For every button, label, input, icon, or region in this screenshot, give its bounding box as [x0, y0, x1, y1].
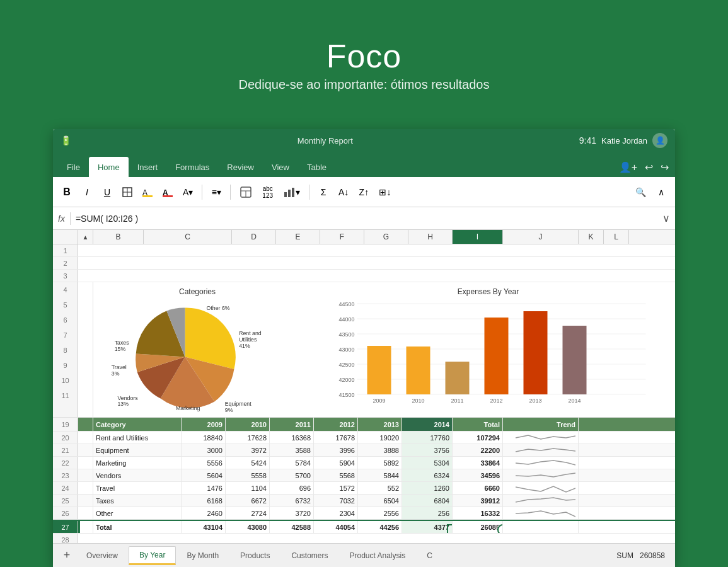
cell-20-total[interactable]: 107294 — [453, 432, 503, 444]
cell-21-2011[interactable]: 3588 — [270, 444, 314, 456]
bold-button[interactable]: B — [58, 183, 76, 201]
cell-21-2010[interactable]: 3972 — [226, 444, 270, 456]
sheet-tab-customers[interactable]: Customers — [280, 546, 338, 565]
cell-22-cat[interactable]: Marketing — [93, 457, 182, 469]
add-user-icon[interactable]: 👤+ — [618, 160, 638, 175]
cell-21-cat[interactable]: Equipment — [93, 444, 182, 456]
cell-26-2013[interactable]: 2556 — [358, 507, 402, 519]
cell-24-u[interactable] — [78, 482, 93, 494]
cell-25-2013[interactable]: 6504 — [358, 495, 402, 507]
sheet-tab-products[interactable]: Products — [229, 546, 280, 565]
cell-23-2012[interactable]: 5568 — [314, 469, 358, 481]
redo-icon[interactable]: ↪ — [659, 160, 670, 175]
cell-27-u[interactable] — [78, 521, 93, 533]
user-avatar[interactable]: 👤 — [652, 133, 667, 148]
cell-22-2011[interactable]: 5784 — [270, 457, 314, 469]
cell-20-2009[interactable]: 18840 — [182, 432, 226, 444]
cell-23-trend[interactable] — [503, 469, 579, 481]
cell-22-trend[interactable] — [503, 457, 579, 469]
cell-27-2012[interactable]: 44054 — [314, 521, 358, 533]
cell-20-cat[interactable]: Rent and Utilities — [93, 432, 182, 444]
col-header-c[interactable]: C — [144, 230, 232, 244]
cell-24-2012[interactable]: 1572 — [314, 482, 358, 494]
add-sheet-button[interactable]: + — [58, 547, 76, 564]
cell-24-2014[interactable]: 1260 — [402, 482, 453, 494]
cell-23-total[interactable]: 34596 — [453, 469, 503, 481]
cell-27-2009[interactable]: 43104 — [182, 521, 226, 533]
cell-23-2009[interactable]: 5604 — [182, 469, 226, 481]
cell-19-category[interactable]: Category — [93, 418, 182, 431]
cell-22-2009[interactable]: 5556 — [182, 457, 226, 469]
cell-27-trend[interactable] — [503, 521, 579, 533]
cell-27-2013[interactable]: 44256 — [358, 521, 402, 533]
sort-za-button[interactable]: Z↑ — [355, 183, 373, 201]
cell-24-total[interactable]: 6660 — [453, 482, 503, 494]
underline-button[interactable]: U — [98, 183, 116, 201]
cell-19-2013[interactable]: 2013 — [358, 418, 402, 431]
cell-23-2010[interactable]: 5558 — [226, 469, 270, 481]
cell-20-2010[interactable]: 17628 — [226, 432, 270, 444]
cell-27-2010[interactable]: 43080 — [226, 521, 270, 533]
cell-26-2014[interactable]: 256 — [402, 507, 453, 519]
cell-24-2013[interactable]: 552 — [358, 482, 402, 494]
col-header-g[interactable]: G — [364, 230, 408, 244]
cell-21-u[interactable] — [78, 444, 93, 456]
cell-19-u[interactable] — [78, 418, 93, 431]
tab-home[interactable]: Home — [89, 157, 129, 177]
cell-22-u[interactable] — [78, 457, 93, 469]
cell-25-2011[interactable]: 6732 — [270, 495, 314, 507]
sheet-tab-c[interactable]: C — [416, 546, 443, 565]
cell-27-cat[interactable]: Total — [93, 521, 182, 533]
cell-19-2014[interactable]: 2014 — [402, 418, 453, 431]
font-color-button[interactable]: A — [159, 183, 176, 201]
cell-24-trend[interactable] — [503, 482, 579, 494]
cell-22-total[interactable]: 33864 — [453, 457, 503, 469]
cell-25-2010[interactable]: 6672 — [226, 495, 270, 507]
col-header-e[interactable]: E — [276, 230, 320, 244]
cell-19-2012[interactable]: 2012 — [314, 418, 358, 431]
fill-color-button[interactable]: A — [139, 183, 156, 201]
col-header-l[interactable]: L — [604, 230, 629, 244]
number-format-button[interactable]: abc123 — [258, 183, 277, 201]
undo-icon[interactable]: ↩ — [644, 160, 654, 175]
col-header-d[interactable]: D — [232, 230, 276, 244]
search-button[interactable]: 🔍 — [632, 183, 650, 201]
cell-23-2011[interactable]: 5700 — [270, 469, 314, 481]
cell-25-u[interactable] — [78, 495, 93, 507]
cell-25-total[interactable]: 39912 — [453, 495, 503, 507]
cell-23-2014[interactable]: 6324 — [402, 469, 453, 481]
sheet-tab-productanalysis[interactable]: Product Analysis — [338, 546, 416, 565]
col-header-f[interactable]: F — [320, 230, 364, 244]
cell-23-cat[interactable]: Vendors — [93, 469, 182, 481]
tab-table[interactable]: Table — [298, 157, 335, 177]
col-header-h[interactable]: H — [408, 230, 453, 244]
cell-26-2009[interactable]: 2460 — [182, 507, 226, 519]
chart-button[interactable]: ▾ — [279, 183, 304, 201]
cell-26-total[interactable]: 16332 — [453, 507, 503, 519]
tab-view[interactable]: View — [263, 157, 298, 177]
sheet-tab-overview[interactable]: Overview — [76, 546, 129, 565]
cell-25-2009[interactable]: 6168 — [182, 495, 226, 507]
cell-21-trend[interactable] — [503, 444, 579, 456]
cell-23-u[interactable] — [78, 469, 93, 481]
cell-25-2014[interactable]: 6804 — [402, 495, 453, 507]
cell-20-u[interactable] — [78, 432, 93, 444]
cell-25-cat[interactable]: Taxes — [93, 495, 182, 507]
filter-button[interactable]: ⊞↓ — [375, 183, 395, 201]
sheet-tab-bymonth[interactable]: By Month — [176, 546, 229, 565]
border-button[interactable] — [118, 183, 136, 201]
cell-26-2010[interactable]: 2724 — [226, 507, 270, 519]
cell-26-trend[interactable] — [503, 507, 579, 519]
col-header-j[interactable]: J — [503, 230, 579, 244]
cell-26-2012[interactable]: 2304 — [314, 507, 358, 519]
cell-25-2012[interactable]: 7032 — [314, 495, 358, 507]
cell-21-2012[interactable]: 3996 — [314, 444, 358, 456]
cell-20-2013[interactable]: 19020 — [358, 432, 402, 444]
cell-22-2014[interactable]: 5304 — [402, 457, 453, 469]
cell-20-2014[interactable]: 17760 — [402, 432, 453, 444]
cell-21-2014[interactable]: 3756 — [402, 444, 453, 456]
cell-20-trend[interactable] — [503, 432, 579, 444]
cell-26-u[interactable] — [78, 507, 93, 519]
cell-27-2014[interactable]: 4377 — [402, 521, 453, 533]
tab-formulas[interactable]: Formulas — [166, 157, 218, 177]
